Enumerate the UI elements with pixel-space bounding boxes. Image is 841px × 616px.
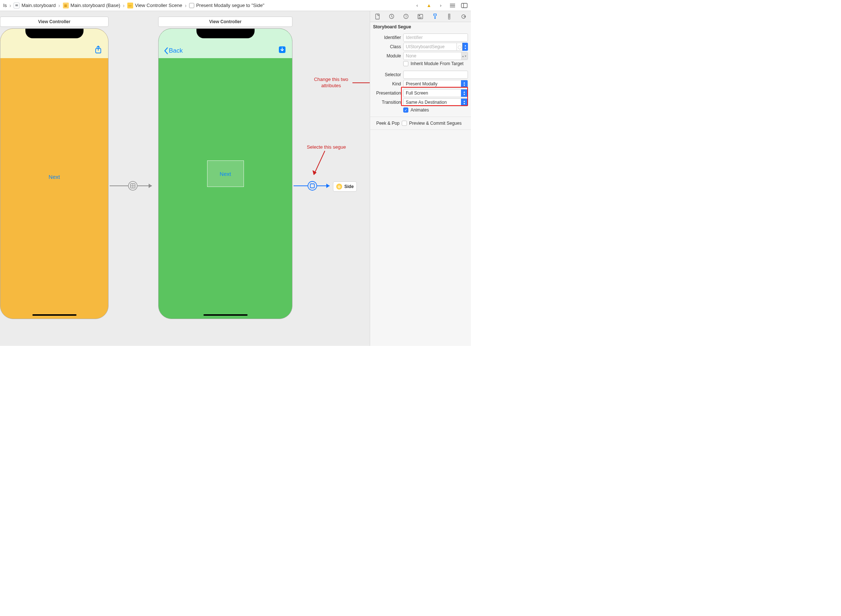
adjust-editor-button[interactable] [448,1,457,10]
next-button[interactable]: Next [48,174,60,180]
breadcrumb-label: Main.storyboard [21,3,56,8]
breadcrumb-label: ls [3,3,7,8]
selector-input[interactable] [403,70,468,79]
field-label: Peek & Pop [373,121,400,126]
lines-icon [450,3,456,8]
breadcrumb-item[interactable]: Present Modally segue to "Side" [188,3,266,8]
animates-checkbox[interactable]: ✓ [403,107,408,113]
checkbox-label: Animates [410,107,429,113]
transition-select[interactable]: Same As Destination▲▼ [403,98,468,106]
field-label: Identifier [373,35,401,40]
home-indicator [32,314,76,316]
class-jump-button[interactable]: ◌ [457,43,463,51]
prev-issue-button[interactable]: ‹ [413,1,422,10]
connections-inspector-tab[interactable] [459,12,468,21]
field-label: Selector [373,72,401,77]
chevron-right-icon: › [9,2,11,9]
warning-icon[interactable]: ▲ [425,1,434,10]
present-modally-segue[interactable] [294,180,334,192]
chevron-right-icon: › [123,2,125,9]
inherit-module-checkbox[interactable] [403,61,408,66]
attributes-inspector-tab[interactable] [431,12,439,21]
divider [370,129,471,130]
peek-pop-row: Peek & Pop Preview & Commit Segues [370,119,471,127]
class-select[interactable]: UIStoryboardSegue [403,43,457,51]
chevron-right-icon: › [185,2,186,9]
checkbox-label: Preview & Commit Segues [409,121,462,126]
annotation-arrow [352,79,370,87]
svg-rect-16 [376,14,379,19]
device-frame: Back Next [158,28,293,319]
svg-point-11 [308,182,317,190]
breadcrumb-label: Present Modally segue to "Side" [196,3,265,8]
scene-icon: ▭ [127,3,133,9]
breadcrumb-label: Main.storyboard (Base) [70,3,120,8]
annotation-text: Change this two attributes [305,76,357,89]
breadcrumb-item[interactable]: ▭ View Controller Scene [126,3,183,9]
inspector-section-title: Storyboard Segue [370,22,471,32]
embed-segue[interactable] [110,180,157,192]
storyboard-reference[interactable]: ◎ Side [333,182,357,192]
view-controller-scene-1[interactable]: View Controller Next [0,16,108,319]
svg-rect-21 [419,15,420,16]
storyboard-reference-icon: ◎ [336,183,342,189]
size-inspector-tab[interactable] [445,12,454,21]
next-issue-button[interactable]: › [436,1,445,10]
breadcrumb-label: View Controller Scene [135,3,182,8]
annotation-text: Selecte this segue [299,144,354,151]
storyboard-icon: ▦ [63,3,69,9]
back-label: Back [169,47,183,54]
field-label: Class [373,44,401,49]
chevron-right-icon: › [59,2,60,9]
help-inspector-tab[interactable]: ? [402,12,410,21]
file-icon: IB [14,3,19,9]
segue-icon [189,3,194,8]
field-label: Transition [373,100,401,105]
divider [370,117,471,117]
back-button[interactable]: Back [164,47,183,54]
field-label: Module [373,53,401,59]
inspector-tabs: ? [370,11,471,22]
inspector-panel: ? Storyboard Segue Identifier Class UISt… [370,11,471,346]
identity-inspector-tab[interactable] [416,12,425,21]
history-inspector-tab[interactable] [387,12,396,21]
peek-pop-checkbox[interactable] [402,121,407,126]
breadcrumb[interactable]: ls › IB Main.storyboard › ▦ Main.storybo… [2,2,413,9]
module-select[interactable]: None▲▼ [403,52,468,60]
device-notch [196,29,255,38]
breadcrumb-item[interactable]: ▦ Main.storyboard (Base) [62,3,122,9]
breadcrumb-item[interactable]: ls [2,3,8,8]
sidebar-icon [461,3,467,8]
field-label: Presentation [373,91,401,96]
container-view[interactable]: Next [207,160,244,187]
svg-line-15 [314,151,325,175]
jump-bar: ls › IB Main.storyboard › ▦ Main.storybo… [0,0,471,11]
view-controller-scene-2[interactable]: View Controller Back Next [158,16,293,319]
jump-bar-actions: ‹ ▲ › [413,1,469,10]
scene-title[interactable]: View Controller [0,16,108,27]
chevron-left-icon [164,47,168,54]
download-icon[interactable] [277,45,287,54]
identifier-input[interactable] [403,34,468,42]
presentation-select[interactable]: Full Screen▲▼ [403,89,468,97]
annotation-arrow [310,151,328,180]
kind-select[interactable]: Present Modally▲▼ [403,80,468,88]
breadcrumb-item[interactable]: IB Main.storyboard [13,3,57,9]
storyboard-reference-label: Side [344,184,353,189]
svg-rect-25 [448,14,450,19]
svg-rect-0 [462,3,467,8]
field-label: Kind [373,81,401,87]
share-icon[interactable] [94,45,103,54]
device-notch [25,29,84,38]
storyboard-canvas[interactable]: View Controller Next [0,11,370,346]
file-inspector-tab[interactable] [373,12,382,21]
next-button[interactable]: Next [220,171,231,177]
document-outline-toggle[interactable] [460,1,469,10]
scene-title[interactable]: View Controller [158,16,293,27]
home-indicator [204,314,248,316]
device-frame: Next [0,28,108,319]
svg-text:?: ? [405,15,407,18]
checkbox-label: Inherit Module From Target [410,61,463,66]
